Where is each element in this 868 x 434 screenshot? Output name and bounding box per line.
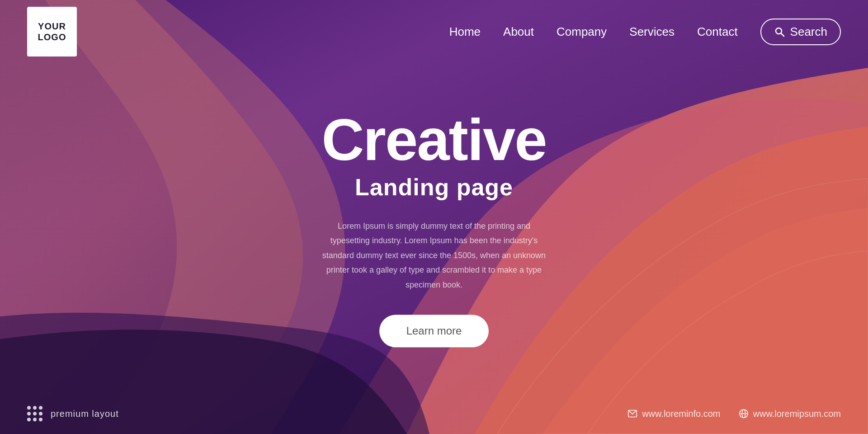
nav-services[interactable]: Services (629, 25, 675, 39)
footer-left: premium layout (27, 406, 119, 421)
nav-links: Home About Company Services Contact Sear… (449, 19, 841, 45)
nav-company[interactable]: Company (557, 25, 607, 39)
learn-more-button[interactable]: Learn more (379, 315, 489, 347)
search-label: Search (790, 25, 827, 39)
search-icon (774, 26, 785, 37)
hero-title-sub: Landing page (276, 174, 592, 201)
hero-description: Lorem Ipsum is simply dummy text of the … (321, 219, 547, 292)
footer-right: www.loreminfo.com www.loremipsum.com (627, 409, 841, 419)
nav-about[interactable]: About (503, 25, 534, 39)
hero-content: Creative Landing page Lorem Ipsum is sim… (276, 110, 592, 347)
footer-email-link[interactable]: www.loreminfo.com (627, 409, 720, 419)
footer-brand-text: premium layout (51, 409, 119, 419)
email-icon (627, 409, 637, 419)
footer-website-link[interactable]: www.loremipsum.com (739, 409, 841, 419)
svg-line-2 (781, 33, 784, 37)
dots-icon (27, 406, 42, 421)
nav-contact[interactable]: Contact (697, 25, 738, 39)
navbar: YOURLOGO Home About Company Services Con… (0, 0, 868, 63)
globe-icon (739, 409, 749, 419)
footer-website-text: www.loremipsum.com (753, 409, 841, 419)
logo-text: YOURLOGO (38, 21, 66, 42)
footer-bar: premium layout www.loreminfo.com www.lor… (0, 393, 868, 434)
search-box[interactable]: Search (760, 19, 841, 45)
hero-title-main: Creative (276, 110, 592, 169)
nav-home[interactable]: Home (449, 25, 481, 39)
footer-email-text: www.loreminfo.com (642, 409, 720, 419)
logo[interactable]: YOURLOGO (27, 7, 77, 57)
hero-section: YOURLOGO Home About Company Services Con… (0, 0, 868, 434)
